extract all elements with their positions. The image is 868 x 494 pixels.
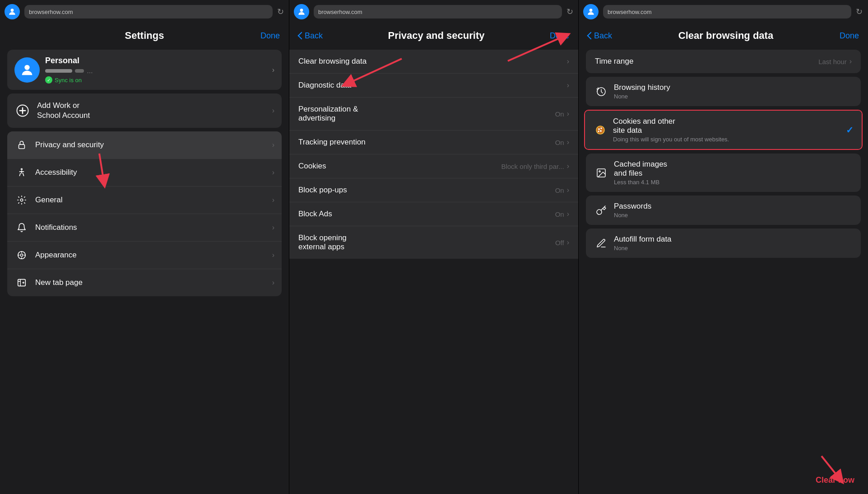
settings-item-appearance[interactable]: Appearance ›: [7, 242, 282, 269]
refresh-btn-1[interactable]: ↻: [277, 7, 284, 17]
lock-icon: [14, 138, 29, 152]
clear-now-btn[interactable]: Clear now: [816, 475, 854, 485]
block-ads-item[interactable]: Block Ads On ›: [289, 202, 578, 226]
settings-item-notifications[interactable]: Notifications ›: [7, 214, 282, 242]
settings-item-privacy[interactable]: Privacy and security ›: [7, 131, 282, 159]
back-btn-p3[interactable]: Back: [588, 31, 612, 41]
add-account-icon: [14, 103, 31, 119]
clear-browsing-data-label: Clear browsing data: [298, 57, 567, 66]
personalization-chevron-icon: ›: [567, 110, 569, 118]
browsing-history-text: Browsing history None: [614, 83, 853, 100]
url-bar-2[interactable]: browserhow.com: [314, 5, 562, 19]
cached-images-sub: Less than 4.1 MB: [614, 179, 853, 186]
personalization-item[interactable]: Personalization &advertising On ›: [289, 98, 578, 130]
image-icon: [594, 166, 608, 180]
time-range-row[interactable]: Time range Last hour ›: [586, 50, 861, 73]
browser-bar-2: browserhow.com ↻: [289, 0, 579, 23]
block-popups-item[interactable]: Block pop-ups On ›: [289, 178, 578, 202]
tracking-label: Tracking prevention: [298, 138, 555, 147]
back-btn-p2[interactable]: Back: [298, 31, 323, 41]
profile-section[interactable]: Personal … ✓ Sync is on ›: [7, 50, 282, 90]
browser-avatar-2: [294, 4, 309, 19]
settings-item-general[interactable]: General ›: [7, 186, 282, 214]
autofill-item[interactable]: Autofill form data None: [586, 228, 861, 258]
block-external-value: Off: [555, 239, 564, 247]
autofill-section: Autofill form data None: [586, 228, 861, 258]
privacy-done-btn[interactable]: Done: [550, 31, 569, 41]
cookies-item[interactable]: Cookies Block only third par... ›: [289, 154, 578, 178]
back-chevron-p3-icon: [588, 32, 592, 39]
svg-line-9: [19, 173, 20, 176]
cookies-selected-wrapper: Cookies and othersite data Doing this wi…: [584, 110, 863, 150]
svg-point-19: [300, 9, 303, 12]
passwords-section: Passwords None: [586, 196, 861, 225]
passwords-sub: None: [614, 212, 853, 219]
privacy-security-header: Back Privacy and security Done: [289, 23, 578, 46]
browsing-history-sub: None: [614, 93, 853, 100]
notifications-label: Notifications: [35, 223, 272, 232]
settings-item-newtab[interactable]: New tab page ›: [7, 269, 282, 296]
url-bar-3[interactable]: browserhow.com: [603, 5, 851, 19]
svg-point-6: [21, 168, 23, 170]
diagnostic-data-item[interactable]: Diagnostic data ›: [289, 74, 578, 98]
cached-images-item[interactable]: Cached imagesand files Less than 4.1 MB: [586, 154, 861, 192]
privacy-security-title: Privacy and security: [388, 30, 484, 42]
newtab-icon: [14, 275, 29, 290]
diagnostic-chevron-icon: ›: [567, 81, 569, 89]
passwords-title: Passwords: [614, 202, 853, 211]
add-account-item[interactable]: Add Work orSchool Account ›: [7, 93, 282, 128]
profile-bar-row: …: [45, 67, 267, 75]
settings-done-btn[interactable]: Done: [260, 31, 280, 41]
cached-images-section: Cached imagesand files Less than 4.1 MB: [586, 154, 861, 192]
privacy-items-section: Clear browsing data › Diagnostic data › …: [289, 50, 578, 259]
cookies-chevron-icon: ›: [567, 162, 569, 170]
svg-rect-5: [19, 144, 25, 149]
accessibility-label: Accessibility: [35, 168, 272, 177]
cached-images-text: Cached imagesand files Less than 4.1 MB: [614, 160, 853, 186]
personalization-value: On: [555, 110, 564, 118]
cookies-item-sub: Doing this will sign you out of most web…: [613, 136, 846, 143]
cookies-item-p3[interactable]: Cookies and othersite data Doing this wi…: [585, 111, 862, 149]
key-icon: [594, 203, 608, 218]
diagnostic-data-label: Diagnostic data: [298, 81, 567, 90]
clear-browsing-done-btn[interactable]: Done: [840, 31, 859, 41]
cookies-item-title: Cookies and othersite data: [613, 117, 846, 135]
bell-icon: [14, 220, 29, 235]
block-external-chevron-icon: ›: [567, 238, 569, 247]
refresh-btn-3[interactable]: ↻: [856, 7, 863, 17]
sync-row: ✓ Sync is on: [45, 76, 267, 84]
browser-avatar-3: [583, 4, 599, 19]
clear-browsing-title: Clear browsing data: [678, 30, 773, 42]
clear-browsing-data-item[interactable]: Clear browsing data ›: [289, 50, 578, 74]
browser-bar-1: browserhow.com ↻: [0, 0, 289, 23]
accessibility-chevron-icon: ›: [272, 168, 274, 177]
block-external-apps-item[interactable]: Block openingexternal apps Off ›: [289, 226, 578, 259]
settings-panel: browserhow.com ↻ Settings Done: [0, 0, 289, 494]
sync-text: Sync is on: [55, 77, 82, 84]
settings-items-section: Privacy and security › Access: [7, 131, 282, 296]
block-ads-label: Block Ads: [298, 210, 555, 219]
block-ads-value: On: [555, 210, 564, 218]
cookies-value: Block only third par...: [501, 163, 564, 170]
newtab-chevron-icon: ›: [272, 279, 274, 287]
svg-point-25: [600, 130, 601, 131]
browsing-history-item[interactable]: Browsing history None: [586, 77, 861, 106]
url-bar-1[interactable]: browserhow.com: [24, 5, 273, 19]
time-range-chevron-icon: ›: [849, 57, 852, 65]
cached-images-title: Cached imagesand files: [614, 160, 853, 178]
pencil-icon: [594, 236, 608, 251]
clear-browsing-data-panel: browserhow.com ↻ Back Clear browsing dat…: [579, 0, 868, 494]
clear-browsing-header: Back Clear browsing data Done: [579, 23, 868, 46]
privacy-chevron-icon: ›: [272, 141, 274, 149]
tracking-prevention-item[interactable]: Tracking prevention On ›: [289, 130, 578, 154]
privacy-security-content: Back Privacy and security Done Clear bro…: [289, 23, 578, 494]
passwords-item[interactable]: Passwords None: [586, 196, 861, 225]
clear-browsing-chevron-icon: ›: [567, 57, 569, 65]
autofill-sub: None: [614, 245, 853, 252]
settings-item-accessibility[interactable]: Accessibility ›: [7, 159, 282, 186]
general-label: General: [35, 196, 272, 205]
browser-bar-3: browserhow.com ↻: [579, 0, 868, 23]
clear-now-bar: Clear now: [579, 475, 868, 485]
refresh-btn-2[interactable]: ↻: [566, 7, 573, 17]
tracking-chevron-icon: ›: [567, 138, 569, 146]
